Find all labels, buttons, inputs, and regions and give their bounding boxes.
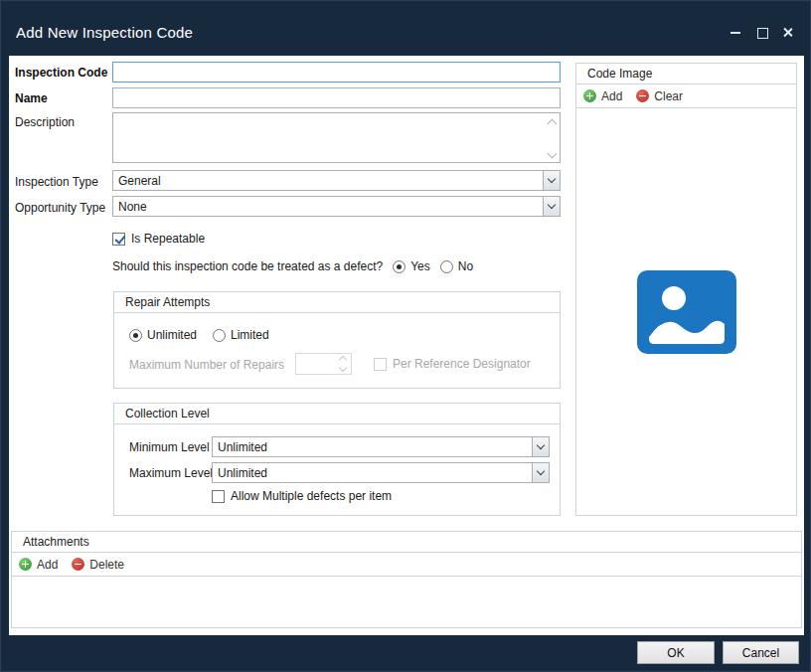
radio-selected-icon (129, 329, 142, 342)
dialog-body: Inspection Code Name Description Inspect… (9, 56, 804, 635)
defect-yes-label: Yes (410, 259, 430, 273)
minimum-level-label: Minimum Level (129, 440, 210, 454)
description-textarea[interactable] (112, 112, 561, 163)
name-input[interactable] (112, 87, 561, 108)
repair-unlimited-radio[interactable]: Unlimited (129, 328, 197, 342)
opportunity-type-combobox[interactable]: None (112, 196, 561, 217)
repair-limited-label: Limited (231, 328, 269, 342)
inspection-code-label: Inspection Code (15, 66, 107, 80)
code-image-clear-label: Clear (654, 89, 683, 103)
ok-button[interactable]: OK (637, 641, 715, 664)
attachments-add-label: Add (37, 558, 58, 572)
maximize-icon[interactable] (755, 26, 768, 39)
code-image-preview-area (576, 107, 796, 515)
max-repairs-label: Maximum Number of Repairs (129, 358, 284, 372)
defect-question-row: Should this inspection code be treated a… (112, 259, 473, 273)
repair-limited-radio[interactable]: Limited (213, 328, 269, 342)
window-title: Add New Inspection Code (16, 24, 193, 41)
defect-yes-radio[interactable]: Yes (393, 259, 430, 273)
defect-no-label: No (458, 259, 473, 273)
opportunity-type-value: None (113, 197, 543, 216)
attachments-toolbar: Add Delete (12, 553, 801, 576)
name-label: Name (15, 91, 48, 105)
code-image-title: Code Image (576, 64, 796, 84)
repair-unlimited-label: Unlimited (147, 328, 197, 342)
maximum-level-combobox[interactable]: Unlimited (212, 462, 550, 483)
inspection-type-value: General (113, 171, 543, 190)
clear-minus-icon (636, 89, 649, 102)
attachments-delete-label: Delete (89, 558, 124, 572)
opportunity-type-label: Opportunity Type (15, 201, 105, 215)
checkbox-unchecked-icon (212, 490, 225, 503)
chevron-down-icon (537, 441, 545, 449)
attachments-list[interactable] (12, 576, 801, 627)
per-reference-checkbox: Per Reference Designator (374, 357, 531, 371)
defect-no-radio[interactable]: No (440, 259, 473, 273)
repair-attempts-title: Repair Attempts (114, 292, 560, 313)
inspection-type-combobox[interactable]: General (112, 170, 561, 191)
opportunity-type-dropdown-button[interactable] (543, 197, 560, 216)
cancel-button[interactable]: Cancel (723, 641, 799, 664)
chevron-down-icon (537, 467, 545, 475)
spinner-up-icon (339, 355, 347, 363)
per-reference-label: Per Reference Designator (393, 357, 531, 371)
image-placeholder-icon (636, 269, 737, 355)
inspection-type-label: Inspection Type (15, 175, 98, 189)
allow-multiple-checkbox[interactable]: Allow Multiple defects per item (212, 489, 392, 503)
max-repairs-spinner (295, 353, 352, 375)
is-repeatable-checkbox[interactable]: Is Repeatable (112, 232, 205, 246)
code-image-clear-button[interactable]: Clear (636, 89, 683, 103)
minimum-level-combobox[interactable]: Unlimited (212, 436, 550, 457)
spinner-down-icon (339, 363, 347, 371)
chevron-down-icon (548, 201, 556, 209)
code-image-add-button[interactable]: Add (583, 89, 622, 103)
code-image-group: Code Image Add Clear (575, 63, 797, 516)
minimize-icon[interactable] (730, 26, 742, 39)
add-inspection-code-dialog: Add New Inspection Code Inspection Code … (0, 0, 811, 672)
attachments-delete-button[interactable]: Delete (72, 558, 124, 572)
inspection-type-dropdown-button[interactable] (543, 171, 560, 190)
radio-selected-icon (393, 260, 406, 273)
add-plus-icon (19, 558, 32, 571)
checkbox-unchecked-icon (374, 358, 387, 371)
inspection-code-input[interactable] (112, 62, 561, 83)
radio-unselected-icon (213, 329, 226, 342)
description-label: Description (15, 115, 75, 129)
code-image-toolbar: Add Clear (576, 84, 796, 107)
minimum-level-dropdown-button[interactable] (532, 437, 549, 456)
chevron-down-icon (548, 175, 556, 183)
collection-level-group: Collection Level Minimum Level Unlimited… (113, 403, 561, 516)
checkbox-checked-icon (112, 233, 125, 246)
minimum-level-value: Unlimited (213, 437, 532, 456)
maximum-level-label: Maximum Level (129, 466, 213, 480)
titlebar: Add New Inspection Code (1, 1, 810, 56)
delete-minus-icon (72, 558, 84, 571)
allow-multiple-label: Allow Multiple defects per item (231, 489, 392, 503)
close-icon[interactable] (781, 26, 794, 39)
repair-attempts-group: Repair Attempts Unlimited Limited Maximu… (113, 291, 561, 389)
radio-unselected-icon (440, 260, 453, 273)
window-controls (730, 26, 794, 39)
is-repeatable-label: Is Repeatable (131, 232, 205, 246)
add-plus-icon (583, 89, 596, 102)
attachments-add-button[interactable]: Add (19, 558, 58, 572)
code-image-add-label: Add (601, 89, 622, 103)
defect-question-text: Should this inspection code be treated a… (112, 259, 383, 273)
attachments-title: Attachments (12, 532, 801, 553)
attachments-group: Attachments Add Delete (11, 531, 802, 628)
maximum-level-dropdown-button[interactable] (532, 463, 549, 482)
spinner-buttons (335, 355, 351, 374)
maximum-level-value: Unlimited (213, 463, 532, 482)
collection-level-title: Collection Level (114, 404, 560, 424)
